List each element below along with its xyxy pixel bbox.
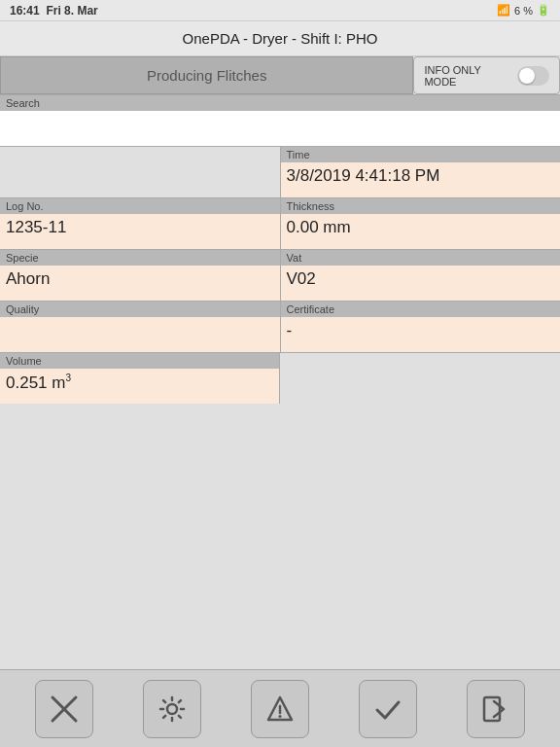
logno-value: 1235-11 <box>0 214 280 249</box>
app-title: OnePDA - Dryer - Shift I: PHO <box>183 30 378 47</box>
checkmark-icon <box>372 694 403 725</box>
specie-label: Specie <box>0 250 280 266</box>
search-input[interactable] <box>0 111 560 138</box>
quality-certificate-row: Quality Certificate - <box>0 301 560 352</box>
thickness-value: 0.00 mm <box>281 214 561 249</box>
svg-rect-5 <box>484 697 500 721</box>
quality-cell: Quality <box>0 302 281 352</box>
time-row: Time 3/8/2019 4:41:18 PM <box>0 146 560 197</box>
search-input-container <box>0 111 560 146</box>
settings-button[interactable] <box>143 680 201 738</box>
search-placeholder-cell <box>0 147 281 197</box>
toolbar <box>0 669 560 747</box>
status-bar: 16:41 Fri 8. Mar 📶 6 % 🔋 <box>0 0 560 21</box>
specie-vat-row: Specie Ahorn Vat V02 <box>0 249 560 301</box>
gear-icon <box>157 694 188 725</box>
volume-value: 0.251 m3 <box>0 369 279 404</box>
logno-label: Log No. <box>0 198 280 214</box>
battery-icon: 🔋 <box>537 4 550 17</box>
toggle-knob <box>519 68 535 84</box>
exit-icon <box>480 694 511 725</box>
search-row: Search <box>0 94 560 146</box>
certificate-value: - <box>281 317 561 352</box>
cancel-button[interactable] <box>35 680 93 738</box>
exit-button[interactable] <box>467 680 525 738</box>
battery-level: 6 % <box>514 5 533 17</box>
certificate-label: Certificate <box>281 302 561 317</box>
search-label: Search <box>0 95 560 111</box>
thickness-label: Thickness <box>281 198 561 214</box>
wifi-icon: 📶 <box>497 4 510 17</box>
confirm-button[interactable] <box>359 680 417 738</box>
alert-button[interactable] <box>251 680 309 738</box>
volume-right-empty <box>280 353 560 404</box>
status-time: 16:41 Fri 8. Mar <box>10 4 98 18</box>
vat-value: V02 <box>281 266 561 301</box>
quality-label: Quality <box>0 302 280 317</box>
info-mode-label: INFO ONLY MODE <box>424 64 508 88</box>
svg-point-4 <box>278 715 281 718</box>
certificate-cell: Certificate - <box>281 302 561 352</box>
vat-label: Vat <box>281 250 561 266</box>
alert-icon <box>264 694 296 725</box>
status-right: 📶 6 % 🔋 <box>497 4 550 17</box>
producing-flitches-button[interactable]: Producing Flitches <box>0 56 413 94</box>
x-icon <box>49 694 80 725</box>
logno-cell: Log No. 1235-11 <box>0 198 281 249</box>
volume-cell: Volume 0.251 m3 <box>0 353 280 404</box>
volume-label: Volume <box>0 353 279 369</box>
time-value: 3/8/2019 4:41:18 PM <box>281 162 561 197</box>
top-section: Producing Flitches INFO ONLY MODE <box>0 56 560 94</box>
specie-value: Ahorn <box>0 266 280 301</box>
volume-row: Volume 0.251 m3 <box>0 352 560 404</box>
quality-value <box>0 317 280 352</box>
logno-thickness-row: Log No. 1235-11 Thickness 0.00 mm <box>0 197 560 249</box>
time-label: Time <box>281 147 561 162</box>
main-content: Producing Flitches INFO ONLY MODE Search… <box>0 56 560 669</box>
info-mode-toggle[interactable] <box>517 66 549 86</box>
title-bar: OnePDA - Dryer - Shift I: PHO <box>0 21 560 56</box>
specie-cell: Specie Ahorn <box>0 250 281 301</box>
vat-cell: Vat V02 <box>281 250 561 301</box>
thickness-cell: Thickness 0.00 mm <box>281 198 561 249</box>
info-only-mode-box: INFO ONLY MODE <box>413 56 560 94</box>
time-cell: Time 3/8/2019 4:41:18 PM <box>281 147 561 197</box>
svg-point-2 <box>167 704 177 714</box>
